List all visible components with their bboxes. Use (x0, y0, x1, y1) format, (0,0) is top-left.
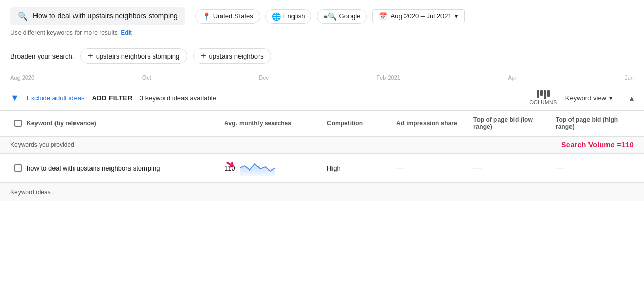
td-keyword: how to deal with upstairs neighbors stom… (10, 158, 220, 178)
keyword-ideas-label: Keyword ideas (10, 188, 51, 196)
language-label: English (283, 12, 305, 20)
sparkline-chart (240, 160, 275, 176)
timeline-label-5: Jun (624, 74, 634, 81)
keyword-text: how to deal with upstairs neighbors stom… (27, 164, 160, 172)
keyword-ideas-section-header: Keyword ideas (0, 183, 644, 201)
table-row: how to deal with upstairs neighbors stom… (0, 154, 644, 183)
search-box[interactable]: 🔍 How to deal with upstairs neighbors st… (10, 7, 185, 25)
network-filter[interactable]: ≡🔍 Google (317, 9, 367, 24)
keyword-view-button[interactable]: Keyword view ▾ (565, 94, 613, 102)
top-bid-low-value: — (473, 163, 482, 172)
more-results-text: Use different keywords for more results (10, 29, 118, 36)
broaden-chip-2-label: upstairs neighbors (209, 52, 264, 60)
broaden-label: Broaden your search: (10, 52, 74, 60)
network-icon: ≡🔍 (323, 12, 336, 21)
th-avg-monthly-label: Avg. monthly searches (224, 120, 291, 127)
edit-link[interactable]: Edit (121, 29, 132, 36)
timeline-label-4: Apr (508, 74, 517, 81)
th-keyword: Keyword (by relevance) (10, 111, 220, 136)
columns-icon (537, 90, 550, 99)
search-icon: 🔍 (17, 11, 28, 21)
ad-impression-value: — (396, 163, 404, 172)
top-section: 🔍 How to deal with upstairs neighbors st… (0, 0, 644, 42)
exclude-adult-link[interactable]: Exclude adult ideas (27, 94, 85, 102)
th-competition-label: Competition (327, 120, 363, 127)
language-filter[interactable]: 🌐 English (265, 9, 312, 24)
top-bid-high-value: — (556, 163, 564, 172)
td-avg-searches: 110 ➜ (220, 154, 323, 182)
provided-section-header: Keywords you provided Search Volume =110 (0, 137, 644, 154)
row-checkbox[interactable] (14, 164, 22, 172)
col-bar-2 (540, 90, 543, 96)
broaden-chip-2[interactable]: + upstairs neighbors (193, 48, 271, 64)
broaden-chip-1[interactable]: + upstairs neighbors stomping (80, 48, 187, 64)
td-ad-impression: — (392, 157, 469, 179)
vertical-divider (621, 92, 621, 104)
keyword-view-label: Keyword view (565, 94, 606, 102)
timeline-label-2: Dec (259, 74, 269, 81)
collapse-button[interactable]: ▴ (630, 93, 634, 103)
timeline-label-1: Oct (142, 74, 151, 81)
th-avg-monthly: Avg. monthly searches (220, 111, 323, 136)
th-keyword-label: Keyword (by relevance) (27, 120, 96, 127)
columns-button[interactable]: COLUMNS (529, 90, 557, 105)
th-ad-impression-label: Ad impression share (396, 120, 457, 127)
search-volume-annotation: Search Volume =110 (561, 141, 634, 149)
th-ad-impression: Ad impression share (392, 111, 469, 136)
location-filter[interactable]: 📍 United States (195, 9, 260, 24)
filter-bar-right: COLUMNS Keyword view ▾ ▴ (529, 90, 634, 105)
timeline-bar: Aug 2020 Oct Dec Feb 2021 Apr Jun (0, 70, 644, 85)
keyword-count: 3 keyword ideas available (140, 94, 216, 102)
th-top-bid-high-label: Top of page bid (high range) (556, 116, 630, 130)
more-results-row: Use different keywords for more results … (10, 29, 634, 42)
filter-icon: ▼ (10, 92, 20, 103)
search-query-text: How to deal with upstairs neighbors stom… (33, 11, 178, 21)
search-number: 110 (224, 164, 235, 172)
td-top-bid-high: — (551, 157, 634, 179)
location-label: United States (213, 12, 253, 20)
date-filter[interactable]: 📅 Aug 2020 – Jul 2021 ▾ (372, 9, 464, 23)
header-checkbox[interactable] (14, 120, 22, 127)
broaden-section: Broaden your search: + upstairs neighbor… (0, 42, 644, 70)
broaden-chip-1-label: upstairs neighbors stomping (96, 52, 180, 60)
th-top-bid-low-label: Top of page bid (low range) (473, 116, 547, 130)
location-icon: 📍 (202, 12, 211, 21)
calendar-icon: 📅 (379, 12, 387, 20)
plus-icon-2: + (201, 51, 206, 61)
competition-value: High (327, 164, 341, 172)
col-bar-4 (547, 90, 550, 97)
chevron-down-icon: ▾ (455, 13, 458, 20)
filter-pills: 📍 United States 🌐 English ≡🔍 Google 📅 Au… (195, 9, 465, 24)
timeline-labels: Aug 2020 Oct Dec Feb 2021 Apr Jun (10, 73, 634, 82)
translate-icon: 🌐 (272, 12, 281, 21)
sparkline-container: ➜ (240, 160, 275, 176)
network-label: Google (339, 12, 361, 20)
timeline-label-3: Feb 2021 (376, 74, 400, 81)
add-filter-button[interactable]: ADD FILTER (92, 94, 133, 102)
col-bar-1 (537, 90, 539, 98)
filter-bar: ▼ Exclude adult ideas ADD FILTER 3 keywo… (0, 85, 644, 111)
timeline-label-0: Aug 2020 (10, 74, 34, 81)
chevron-down-icon-view: ▾ (609, 94, 613, 102)
th-top-bid-low: Top of page bid (low range) (469, 111, 551, 136)
search-bar-row: 🔍 How to deal with upstairs neighbors st… (10, 7, 634, 25)
td-competition: High (323, 158, 392, 178)
th-competition: Competition (323, 111, 392, 136)
date-range-label: Aug 2020 – Jul 2021 (390, 12, 451, 20)
table-header: Keyword (by relevance) Avg. monthly sear… (0, 111, 644, 137)
plus-icon-1: + (88, 51, 93, 61)
th-top-bid-high: Top of page bid (high range) (551, 111, 634, 136)
columns-label: COLUMNS (529, 100, 557, 105)
td-top-bid-low: — (469, 157, 551, 179)
col-bar-3 (544, 90, 546, 99)
provided-section-label: Keywords you provided (10, 141, 75, 148)
